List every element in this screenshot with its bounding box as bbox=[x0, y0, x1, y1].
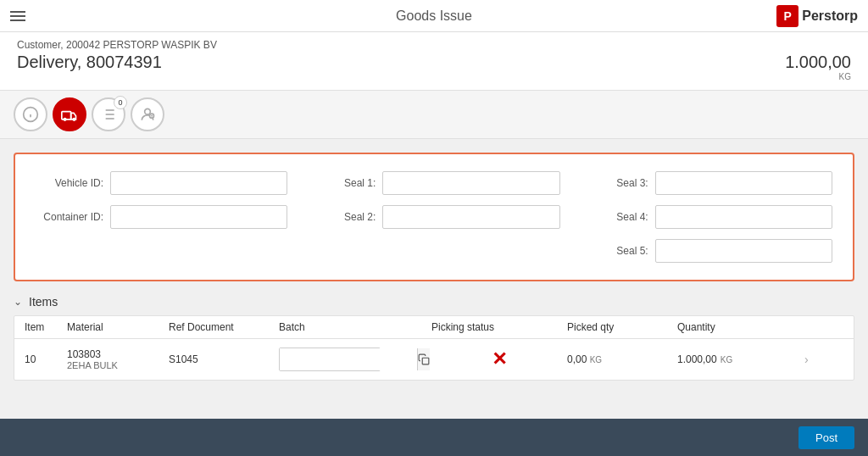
vehicle-id-row: Vehicle ID: bbox=[36, 171, 287, 195]
col-quantity: Quantity bbox=[677, 321, 804, 333]
info-icon bbox=[22, 106, 39, 123]
items-header: ⌄ Items bbox=[14, 295, 854, 309]
container-id-row: Container ID: bbox=[36, 205, 287, 229]
svg-point-4 bbox=[64, 119, 66, 121]
chevron-right-icon: › bbox=[804, 353, 809, 366]
tab-info[interactable] bbox=[14, 97, 47, 131]
svg-rect-14 bbox=[422, 358, 429, 364]
cell-ref-doc: S1045 bbox=[169, 353, 279, 365]
delivery-header: Customer, 200042 PERSTORP WASPIK BV Deli… bbox=[0, 32, 868, 91]
col-ref-doc: Ref Document bbox=[169, 321, 279, 333]
seal5-input[interactable] bbox=[655, 239, 832, 263]
seal3-label: Seal 3: bbox=[581, 177, 648, 189]
container-id-label: Container ID: bbox=[36, 211, 103, 223]
material-id: 103803 bbox=[67, 348, 169, 360]
seal3-input[interactable] bbox=[655, 171, 832, 195]
chevron-down-icon[interactable]: ⌄ bbox=[14, 296, 22, 308]
seal1-input[interactable] bbox=[382, 171, 559, 195]
list-icon bbox=[100, 106, 117, 123]
items-table: Item Material Ref Document Batch Picking… bbox=[14, 315, 854, 381]
truck-icon bbox=[61, 106, 78, 123]
cell-batch bbox=[279, 348, 431, 371]
quantity-value: 1.000,00 bbox=[677, 353, 717, 365]
delivery-weight-unit: KG bbox=[785, 72, 851, 81]
seal5-row: Seal 5: bbox=[581, 239, 832, 263]
seal1-row: Seal 1: bbox=[308, 171, 559, 195]
delivery-title: Delivery, 80074391 bbox=[17, 53, 162, 72]
seal2-label: Seal 2: bbox=[308, 211, 376, 223]
material-name: 2EHA BULK bbox=[67, 360, 169, 370]
seal5-label: Seal 5: bbox=[581, 245, 648, 257]
batch-field bbox=[279, 348, 381, 371]
seal4-row: Seal 4: bbox=[581, 205, 832, 229]
delivery-weight-value: 1.000,00 bbox=[785, 53, 851, 71]
cell-quantity: 1.000,00 KG bbox=[677, 353, 804, 365]
tab-person[interactable] bbox=[131, 97, 164, 131]
tab-bar: 0 bbox=[0, 91, 868, 139]
bottom-bar: Post bbox=[0, 419, 868, 456]
picked-qty-value: 0,00 bbox=[567, 353, 587, 365]
seal2-input[interactable] bbox=[382, 205, 559, 229]
svg-point-5 bbox=[73, 119, 75, 121]
tab-list[interactable]: 0 bbox=[92, 97, 125, 131]
seal3-row: Seal 3: bbox=[581, 171, 832, 195]
copy-icon bbox=[418, 353, 430, 365]
batch-copy-button[interactable] bbox=[417, 348, 430, 370]
svg-rect-3 bbox=[62, 112, 71, 120]
hamburger-menu[interactable] bbox=[10, 11, 25, 21]
tab-truck[interactable] bbox=[53, 97, 86, 131]
col-item: Item bbox=[25, 321, 67, 333]
seal4-input[interactable] bbox=[655, 205, 832, 229]
cell-picked-qty: 0,00 KG bbox=[567, 353, 677, 365]
page-title: Goods Issue bbox=[396, 8, 472, 24]
vehicle-id-label: Vehicle ID: bbox=[36, 177, 103, 189]
person-icon bbox=[139, 106, 156, 123]
quantity-unit: KG bbox=[721, 355, 732, 364]
picked-qty-unit: KG bbox=[590, 355, 602, 364]
seal4-label: Seal 4: bbox=[581, 211, 648, 223]
items-label: Items bbox=[29, 295, 58, 309]
col-picked-qty: Picked qty bbox=[567, 321, 677, 333]
seal2-row: Seal 2: bbox=[308, 205, 559, 229]
col-material: Material bbox=[67, 321, 169, 333]
delivery-weight: 1.000,00 KG bbox=[785, 53, 851, 81]
top-bar: Goods Issue P Perstorp bbox=[0, 0, 868, 32]
picking-status-x: ✕ bbox=[431, 348, 567, 370]
vehicle-id-input[interactable] bbox=[110, 171, 287, 195]
logo-text: Perstorp bbox=[802, 8, 858, 24]
table-header: Item Material Ref Document Batch Picking… bbox=[14, 316, 854, 339]
logo: P Perstorp bbox=[776, 5, 858, 27]
col-picking-status: Picking status bbox=[431, 321, 567, 333]
items-section: ⌄ Items Item Material Ref Document Batch… bbox=[14, 295, 854, 381]
vehicle-seal-form: Vehicle ID: Container ID: Seal 1: Seal 2… bbox=[14, 153, 854, 281]
table-row: 10 103803 2EHA BULK S1045 bbox=[14, 339, 854, 380]
cell-material: 103803 2EHA BULK bbox=[67, 348, 169, 370]
cell-picking-status: ✕ bbox=[431, 348, 567, 370]
main-content: Vehicle ID: Container ID: Seal 1: Seal 2… bbox=[0, 139, 868, 419]
seal1-label: Seal 1: bbox=[308, 177, 376, 189]
col-arrow bbox=[804, 321, 830, 333]
batch-input[interactable] bbox=[280, 348, 417, 370]
cell-item: 10 bbox=[25, 353, 67, 365]
list-badge: 0 bbox=[114, 96, 127, 109]
svg-point-12 bbox=[145, 108, 151, 114]
logo-icon: P bbox=[776, 5, 798, 27]
customer-line: Customer, 200042 PERSTORP WASPIK BV bbox=[17, 39, 851, 51]
cell-chevron[interactable]: › bbox=[804, 353, 830, 366]
col-batch: Batch bbox=[279, 321, 431, 333]
post-button[interactable]: Post bbox=[798, 426, 854, 449]
container-id-input[interactable] bbox=[110, 205, 287, 229]
